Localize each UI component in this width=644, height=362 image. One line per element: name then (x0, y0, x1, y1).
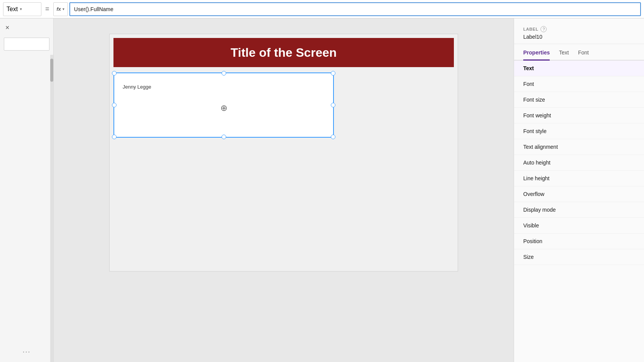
handle-middle-right[interactable] (331, 103, 335, 107)
handle-top-right[interactable] (331, 71, 335, 76)
label-control-wrapper: Jenny Legge ⊕ (113, 72, 454, 138)
property-name-font-style: Font style (523, 128, 547, 134)
property-name-line-height: Line height (523, 175, 550, 181)
handle-bottom-left[interactable] (112, 135, 117, 139)
property-name-font-size: Font size (523, 97, 545, 103)
handle-top-center[interactable] (222, 71, 226, 76)
property-name-position: Position (523, 238, 542, 244)
property-row-display-mode[interactable]: Display mode (514, 202, 644, 218)
property-row-line-height[interactable]: Line height (514, 171, 644, 186)
fx-button[interactable]: fx ▾ (53, 2, 68, 16)
property-name-display-mode: Display mode (523, 207, 556, 213)
property-name-text-alignment: Text alignment (523, 144, 558, 150)
properties-tabs: Properties Text Font (514, 46, 644, 61)
name-box[interactable]: Text ▾ (3, 2, 41, 16)
property-name-visible: Visible (523, 222, 539, 229)
property-name-auto-height: Auto height (523, 160, 550, 166)
property-row-visible[interactable]: Visible (514, 218, 644, 234)
label-control[interactable]: Jenny Legge ⊕ (113, 72, 334, 138)
property-row-font-weight[interactable]: Font weight (514, 108, 644, 123)
property-name-text: Text (523, 65, 534, 71)
sidebar-close-button[interactable]: × (5, 24, 10, 32)
label-info-icon[interactable]: ? (540, 26, 547, 32)
sidebar-scrollbar (50, 55, 53, 362)
property-row-font-style[interactable]: Font style (514, 123, 644, 139)
label-text: Jenny Legge (123, 84, 151, 90)
label-row: LABEL ? (523, 26, 635, 32)
property-name-font: Font (523, 81, 534, 87)
property-row-text-alignment[interactable]: Text alignment (514, 139, 644, 155)
name-box-value: Text (7, 6, 18, 13)
fx-label: fx (57, 6, 61, 12)
formula-bar: Text ▾ = fx ▾ (0, 0, 644, 18)
handle-top-left[interactable] (112, 71, 117, 76)
equals-symbol: = (43, 5, 52, 13)
sidebar-scrollbar-thumb (50, 59, 53, 82)
fx-chevron: ▾ (62, 7, 64, 11)
property-row-auto-height[interactable]: Auto height (514, 155, 644, 171)
property-row-font-size[interactable]: Font size (514, 92, 644, 108)
title-banner: Title of the Screen (113, 38, 454, 67)
label-tag: LABEL (523, 27, 538, 31)
tab-properties[interactable]: Properties (523, 46, 550, 61)
move-cursor-icon: ⊕ (220, 103, 227, 113)
property-row-size[interactable]: Size (514, 249, 644, 265)
main-layout: × ... Title of the Screen Jenny Legge ⊕ (0, 18, 644, 362)
sidebar-more-button[interactable]: ... (23, 346, 31, 354)
handle-middle-left[interactable] (112, 103, 117, 107)
sidebar-search-box[interactable] (4, 38, 49, 51)
property-row-font[interactable]: Font (514, 76, 644, 92)
label-value: Label10 (523, 34, 635, 40)
property-name-font-weight: Font weight (523, 112, 551, 118)
canvas-area[interactable]: Title of the Screen Jenny Legge ⊕ (54, 18, 514, 362)
tab-font[interactable]: Font (578, 46, 589, 61)
tab-text[interactable]: Text (559, 46, 569, 61)
left-sidebar: × ... (0, 18, 54, 362)
property-row-position[interactable]: Position (514, 234, 644, 249)
property-name-overflow: Overflow (523, 191, 544, 197)
right-panel-label-section: LABEL ? Label10 (514, 18, 644, 44)
property-row-overflow[interactable]: Overflow (514, 186, 644, 202)
property-row-text[interactable]: Text (514, 61, 644, 76)
handle-bottom-right[interactable] (331, 135, 335, 139)
properties-list: Text Font Font size Font weight Font sty… (514, 61, 644, 362)
canvas-frame: Title of the Screen Jenny Legge ⊕ (109, 34, 458, 272)
formula-input[interactable] (69, 2, 641, 16)
handle-bottom-center[interactable] (222, 135, 226, 139)
name-box-chevron: ▾ (20, 7, 22, 11)
right-panel: LABEL ? Label10 Properties Text Font Tex… (514, 18, 644, 362)
screen-title: Title of the Screen (231, 46, 337, 60)
property-name-size: Size (523, 254, 534, 260)
